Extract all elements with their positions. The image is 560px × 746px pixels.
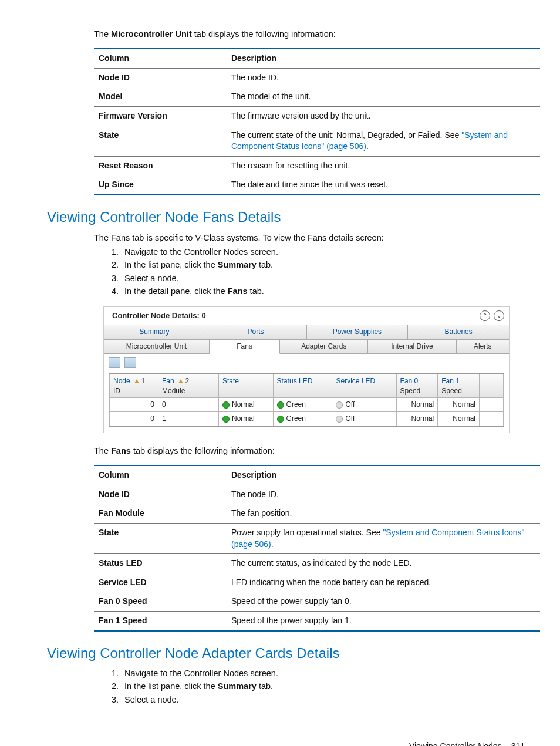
col-fan1-speed[interactable]: Fan 1 Speed [438, 374, 480, 398]
text-bold: Summary [218, 681, 257, 691]
cell: The model of the unit. [227, 87, 540, 107]
th-description: Description [227, 465, 540, 485]
text: Speed [441, 386, 475, 396]
cell: Power supply fan operational status. See… [227, 523, 540, 553]
fans-details-panel: Controller Node Details: 0 ⌃ ⌄ Summary P… [103, 306, 510, 433]
text-bold: Microcontroller Unit [111, 29, 192, 39]
cell: The firmware version used by the unit. [227, 107, 540, 126]
step: In the list pane, click the Summary tab. [121, 680, 525, 692]
table-row[interactable]: 0 0 Normal Green Off Normal Normal [110, 398, 504, 412]
tab-ports[interactable]: Ports [205, 325, 307, 339]
text: The current state of the unit: Normal, D… [231, 130, 461, 140]
tab-power-supplies[interactable]: Power Supplies [307, 325, 409, 339]
cell: The current state of the unit: Normal, D… [227, 126, 540, 156]
cell: Service LED [94, 573, 227, 592]
text: The [94, 446, 111, 455]
cell: Normal [438, 398, 480, 412]
col-node-id[interactable]: Node 1 ID [110, 374, 158, 398]
text: Off [345, 414, 355, 423]
text: Node [113, 377, 130, 385]
tab-summary[interactable]: Summary [104, 325, 205, 339]
col-fan-module[interactable]: Fan 2 Module [158, 374, 219, 398]
text: tab displays the following information: [131, 446, 275, 455]
col-state[interactable]: State [219, 374, 274, 398]
collapse-up-icon[interactable]: ⌃ [480, 310, 490, 321]
cell [480, 412, 504, 426]
tab-batteries[interactable]: Batteries [408, 325, 509, 339]
cell: The date and time since the unit was res… [227, 175, 540, 195]
footer-section: Viewing Controller Nodes [409, 741, 502, 746]
status-dot-icon [336, 416, 343, 423]
toolbar-icon[interactable] [109, 357, 120, 368]
heading-fans: Viewing Controller Node Fans Details [47, 207, 525, 227]
table-row[interactable]: 0 1 Normal Green Off Normal Normal [110, 412, 504, 426]
text: Fan 1 [441, 377, 460, 385]
cell: State [94, 126, 227, 156]
tab-mcu[interactable]: Microcontroller Unit [104, 340, 210, 354]
text: Speed [400, 386, 434, 396]
tab-fans[interactable]: Fans [210, 340, 280, 354]
text: tab. [257, 681, 273, 691]
tab-row-top: Summary Ports Power Supplies Batteries [104, 325, 509, 339]
text: Power supply fan operational status. See [231, 528, 383, 537]
text: The [94, 29, 111, 39]
fans-steps: Navigate to the Controller Nodes screen.… [107, 246, 525, 297]
page-footer: Viewing Controller Nodes 311 [47, 741, 525, 746]
text: In the list pane, click the [124, 260, 218, 269]
cell: The node ID. [227, 485, 540, 504]
step: In the detail pane, click the Fans tab. [121, 285, 525, 297]
mcu-columns-table: Column Description Node IDThe node ID. M… [94, 48, 540, 195]
cell: 0 [110, 398, 158, 412]
status-dot-icon [222, 401, 230, 409]
col-fan0-speed[interactable]: Fan 0 Speed [396, 374, 438, 398]
col-status-led[interactable]: Status LED [273, 374, 332, 398]
heading-adapter-cards: Viewing Controller Node Adapter Cards De… [47, 643, 525, 663]
cell: Normal [396, 412, 438, 426]
toolbar-icon[interactable] [124, 357, 136, 368]
step: Navigate to the Controller Nodes screen. [121, 667, 525, 679]
text: Module [162, 386, 215, 396]
cell: Up Since [94, 175, 227, 195]
status-dot-icon [222, 416, 230, 423]
tab-alerts[interactable]: Alerts [457, 340, 509, 354]
cell: Reset Reason [94, 156, 227, 175]
cell: Status LED [94, 554, 227, 573]
tab-internal-drive[interactable]: Internal Drive [368, 340, 456, 354]
cell: Speed of the power supply fan 0. [227, 592, 540, 612]
cell: Model [94, 87, 227, 107]
text: tab. [248, 286, 264, 296]
cell: 1 [158, 412, 219, 426]
footer-page-number: 311 [511, 741, 525, 746]
tab-row-bottom: Microcontroller Unit Fans Adapter Cards … [104, 339, 509, 354]
cell: Normal [396, 398, 438, 412]
fans-grid: Node 1 ID Fan 2 Module State Status LED … [109, 374, 504, 426]
collapse-down-icon[interactable]: ⌄ [494, 310, 504, 321]
text-bold: Fans [111, 446, 131, 455]
text-bold: Fans [228, 286, 248, 296]
text: . [366, 141, 369, 151]
cell: Fan Module [94, 504, 227, 524]
text: ID [113, 386, 154, 396]
adapter-steps: Navigate to the Controller Nodes screen.… [107, 667, 525, 706]
text: . [271, 539, 274, 549]
text: tab displays the following information: [192, 29, 336, 39]
cell: State [94, 523, 227, 553]
col-service-led[interactable]: Service LED [332, 374, 396, 398]
status-dot-icon [336, 401, 343, 409]
tab-adapter-cards[interactable]: Adapter Cards [280, 340, 368, 354]
text: In the detail pane, click the [124, 286, 228, 296]
th-column: Column [94, 465, 227, 485]
step: Select a node. [121, 694, 525, 706]
cell: Fan 0 Speed [94, 592, 227, 612]
status-dot-icon [277, 401, 284, 409]
cell: Node ID [94, 485, 227, 504]
cell: Fan 1 Speed [94, 611, 227, 630]
step: In the list pane, click the Summary tab. [121, 259, 525, 271]
cell: Off [332, 412, 396, 426]
cell: Off [332, 398, 396, 412]
cell: Normal [219, 398, 274, 412]
status-dot-icon [277, 416, 284, 423]
th-description: Description [227, 49, 540, 68]
fans-intro: The Fans tab is specific to V-Class syst… [94, 232, 525, 244]
cell: Green [273, 398, 332, 412]
